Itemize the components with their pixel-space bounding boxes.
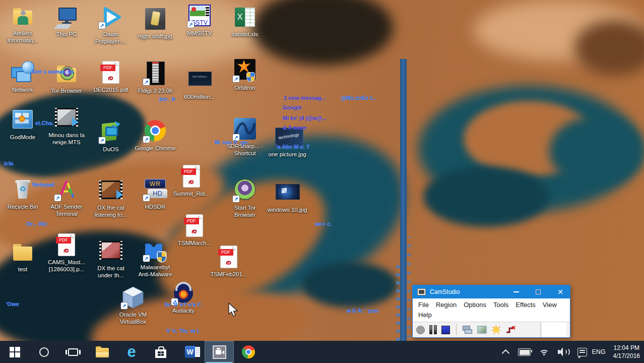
desktop-icon-label: This PC	[56, 31, 77, 38]
desktop-icon-cams-mast-1286003-p[interactable]: PDFCAMS_Mast... [1286003].p...	[45, 233, 88, 273]
desktop-icon-label: GodMode	[10, 134, 36, 141]
desktop-icon-label: windows 10.jpg	[268, 206, 307, 213]
shortcut-arrow-icon: ↗	[143, 136, 150, 143]
menu-tools[interactable]: Tools	[493, 301, 508, 309]
taskbar-file-explorer-button[interactable]	[88, 341, 117, 363]
malwarebytes-icon: ↗	[143, 238, 167, 262]
region-button[interactable]	[463, 325, 473, 334]
desktop-icon-malwarebyt-anti-malware[interactable]: ↗Malwarebyt Anti-Malware	[134, 238, 176, 278]
desktop-icon-audacity[interactable]: ↗Audacity	[162, 281, 205, 314]
desktop-icon-dec2015-pdf[interactable]: PDFDEC2015.pdf	[90, 60, 132, 93]
desktop-icon-label: DuOS	[103, 146, 118, 153]
desktop-icon-orbitron[interactable]: ↗Orbitron	[224, 58, 266, 91]
desktop-icon-label: TSMMarch...	[178, 239, 211, 247]
record-button[interactable]	[416, 326, 425, 334]
taskbar: eW ENG 12:04 PM 4/17/2016	[0, 341, 644, 363]
minimize-capture-button[interactable]	[505, 325, 517, 334]
desktop-icon-label: MMSSTV	[187, 30, 212, 37]
language-indicator[interactable]: ENG	[592, 341, 606, 363]
taskbar-task-view-button[interactable]	[58, 341, 88, 363]
desktop-icon-tor-browser[interactable]: Tor Browser	[45, 62, 88, 94]
desktop-icon-tsmmarch[interactable]: PDFTSMMarch...	[173, 214, 216, 247]
desktop-icon-oracle-vm-virtualbox[interactable]: ↗Oracle VM VirtualBox	[112, 285, 154, 325]
desktop-icon-start-tor-browser[interactable]: ↗Start Tor Browser	[224, 178, 266, 218]
tray-expand-button[interactable]	[501, 344, 510, 359]
tech-thumb-icon: technology	[275, 125, 299, 149]
desktop-icon-summit-rid[interactable]: PDFSummit_Rid...	[170, 164, 213, 197]
shortcut-arrow-icon: ↗	[143, 79, 150, 85]
pdf-icon: PDF	[54, 233, 79, 257]
desktop-icon-network[interactable]: Network	[2, 60, 44, 93]
menu-options[interactable]: Options	[464, 301, 486, 309]
desktop-icon-satslist-xls[interactable]: Xsatslist.xls	[224, 5, 266, 38]
desktop-icon-label: Daum Potplayer-...	[90, 31, 132, 45]
menu-file[interactable]: File	[418, 301, 429, 309]
screen-button[interactable]	[477, 326, 487, 334]
menu-view[interactable]: View	[543, 301, 557, 309]
taskbar-clock[interactable]: 12:04 PM 4/17/2016	[613, 341, 640, 363]
annotation-button[interactable]	[491, 325, 501, 335]
desktop-icon-this-pc[interactable]: This PC	[45, 5, 88, 38]
desktop-icon-label: DEC2015.pdf	[93, 86, 128, 93]
pause-button[interactable]	[429, 325, 437, 334]
shortcut-arrow-icon: ↗	[54, 195, 61, 201]
desktop-icon-test[interactable]: test	[2, 240, 44, 273]
desktop-icon-adf-sender-terminal[interactable]: A↗ADF Sender Terminal	[45, 177, 88, 217]
desktop-icon-one-picture-jpg[interactable]: technologyone picture.jpg	[266, 125, 308, 158]
desktop-icon-label: Start Tor Browser	[224, 204, 266, 218]
shortcut-arrow-icon: ↗	[233, 134, 239, 141]
close-button[interactable]: ✕	[557, 288, 563, 295]
taskbar-store-button[interactable]	[146, 341, 175, 363]
taskbar-chrome-button[interactable]	[234, 341, 263, 363]
desktop-icon-recycle-bin[interactable]: ♻Recycle Bin	[2, 177, 44, 210]
tray-battery-button[interactable]	[518, 344, 531, 359]
desktop-icon-duos[interactable]: ↗DuOS	[90, 120, 132, 153]
stop-button[interactable]	[441, 326, 450, 334]
menu-effects[interactable]: Effects	[516, 301, 536, 309]
desktop-icon-night-shift-jpg[interactable]: night shift.jpg	[134, 7, 176, 40]
desktop-icon-minou-dans-la-neige-mts[interactable]: Minou dans la neige.MTS	[45, 106, 88, 146]
tray-volume-button[interactable]	[558, 344, 570, 359]
menu-help[interactable]: Help	[418, 311, 432, 319]
orbitron-icon: ↗	[233, 58, 257, 83]
desktop-icon-windows-10-jpg[interactable]: windows 10.jpg	[266, 180, 308, 213]
camstudio-status-box	[541, 322, 566, 337]
camstudio-titlebar[interactable]: CamStudio ✕	[413, 285, 570, 298]
minimize-button[interactable]	[513, 291, 519, 292]
virtualbox-icon: ↗	[121, 285, 145, 310]
tray-action-center-button[interactable]	[577, 344, 587, 359]
taskbar-apps: eW	[0, 341, 263, 363]
desktop-icon-godmode[interactable]: GodMode	[2, 108, 44, 141]
desktop-icon-dx-the-cat-under-th[interactable]: DX the cat under th...	[90, 239, 132, 279]
desktop-icon-600million[interactable]: 600 Million600million...	[178, 68, 221, 100]
desktop-icon-label: CAMS_Mast... [1286003].p...	[45, 259, 88, 273]
duos-icon: ↗	[99, 120, 123, 144]
desktop-icon-label: ADF Sender Terminal	[45, 203, 88, 217]
desktop-icon-label: Minou dans la neige.MTS	[45, 132, 88, 146]
folder-user-icon	[11, 4, 35, 28]
desktop-icon-tsmfeb201[interactable]: PDFTSMFeb201...	[208, 245, 250, 278]
tray-wifi-button[interactable]	[538, 344, 550, 359]
battery-icon	[518, 348, 531, 356]
desktop-icon-google-chrome[interactable]: ↗Google Chrome	[134, 119, 176, 152]
menu-region[interactable]: Region	[436, 301, 457, 309]
potplayer-icon: ↗	[99, 5, 123, 29]
taskbar-word-button[interactable]: W	[175, 341, 205, 363]
toolbar-separator	[456, 324, 457, 335]
video-snow-icon	[54, 106, 79, 130]
desktop-icon-mmsstv[interactable]: SSTV↗MMSSTV	[178, 4, 221, 37]
taskbar-search-button[interactable]	[29, 341, 58, 363]
taskbar-edge-button[interactable]: e	[117, 341, 146, 363]
desktop-icon-daum-potplayer[interactable]: ↗Daum Potplayer-...	[90, 5, 132, 45]
desktop-icon-ateliers-informatiq[interactable]: Ateliers Informatiq...	[2, 4, 44, 44]
maximize-button[interactable]	[536, 289, 541, 294]
desktop-icon-fldigi-3-23-06[interactable]: ↗Fldigi 3.23.06	[134, 62, 176, 94]
taskbar-camstudio-button[interactable]	[205, 341, 234, 363]
desktop-icon-dx-the-cat-listening-to[interactable]: DX the cat listening to...	[90, 178, 132, 218]
desktop-icon-sdrsharp-shortcut[interactable]: ↗SDRSharp... - Shortcut	[224, 117, 266, 157]
network-icon	[11, 60, 35, 85]
desktop-icon-label: DX the cat under th...	[90, 265, 132, 279]
taskbar-start-button[interactable]	[0, 341, 29, 363]
excel-icon: X	[233, 5, 257, 29]
desktop-icon-label: Summit_Rid...	[173, 190, 210, 197]
